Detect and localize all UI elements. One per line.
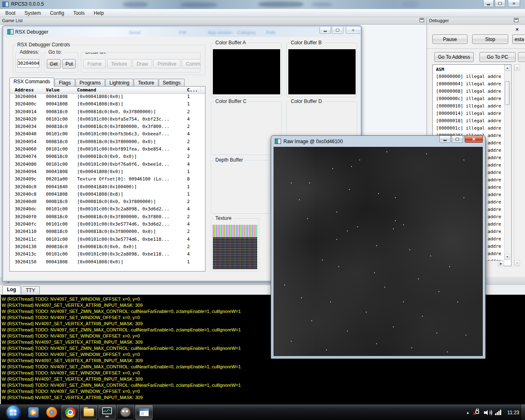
maximize-icon[interactable] xyxy=(332,27,343,34)
address-input[interactable] xyxy=(17,59,39,68)
command-row[interactable]: 302040c000041840[0x00041840(0x100400)]1 xyxy=(10,184,205,192)
go-to-address-button[interactable]: Go To Address xyxy=(434,52,474,62)
break-texture-button[interactable]: Texture xyxy=(107,59,131,68)
command-row[interactable]: 3020413c00101c00[0x00101c00(0x3c2a8098, … xyxy=(10,251,205,259)
minimize-button[interactable] xyxy=(483,0,494,7)
menu-boot[interactable]: Boot xyxy=(1,9,20,17)
taskbar-firefox-icon[interactable] xyxy=(43,405,60,420)
nav-button-clipped[interactable] xyxy=(518,52,525,62)
asm-row[interactable]: [00000014] illegal addre xyxy=(433,111,511,118)
minimize-icon[interactable] xyxy=(320,27,331,34)
scrollbar-thumb[interactable] xyxy=(505,81,510,105)
tab-lightning[interactable]: Lightning xyxy=(105,79,134,87)
command-row[interactable]: 30204054000818c0[0x000818c0(0x3f800000, … xyxy=(10,139,205,146)
float-panel-icon[interactable] xyxy=(420,18,424,22)
go-to-pc-button[interactable]: Go To PC xyxy=(479,52,516,62)
restore-button[interactable] xyxy=(495,0,505,7)
command-row[interactable]: 302040fc00101c00[0x00101c00(0x3e5774d6, … xyxy=(10,221,205,229)
rsx-window-titlebar[interactable]: RSX Debugger SerialFWApp versionCategory… xyxy=(4,27,360,37)
command-row[interactable]: 3020404000101c00[0x00101c00(0xbfb3b6c3, … xyxy=(10,131,205,139)
scroll-right-icon[interactable]: ▶ xyxy=(498,261,504,266)
taskbar-gimp-icon[interactable] xyxy=(117,405,134,420)
asm-row[interactable]: [00000004] illegal addre xyxy=(433,81,511,89)
taskbar-media-player-icon[interactable] xyxy=(25,405,42,420)
menu-system[interactable]: System xyxy=(20,9,46,17)
scroll-down-icon[interactable]: ▼ xyxy=(504,254,510,260)
power-plug-icon[interactable]: × xyxy=(473,409,480,416)
clock[interactable]: 11:23 xyxy=(505,410,519,415)
asm-row[interactable]: [00000008] illegal addre xyxy=(433,89,511,96)
command-row[interactable]: 30204034000818c0[0x000818c0(0x3f800000, … xyxy=(10,124,205,131)
close-icon[interactable]: ✕ xyxy=(465,136,483,143)
tab-programs[interactable]: Programs xyxy=(75,79,105,87)
command-row[interactable]: 30204014000818c0[0x000818c0(0x0, 0x3f800… xyxy=(10,109,205,116)
log-tab-log[interactable]: Log xyxy=(2,285,21,294)
break-primitive-button[interactable]: Primitive xyxy=(153,59,180,68)
put-button[interactable]: Put xyxy=(62,59,76,68)
scroll-up-icon[interactable]: ▲ xyxy=(504,65,510,71)
panel-close-icon[interactable]: × xyxy=(516,26,519,32)
get-button[interactable]: Get xyxy=(47,59,61,68)
log-line: W {RSXThread} NV4097_SET_VERTEX_ATTRIB_I… xyxy=(2,377,525,383)
raw-image-window[interactable]: Raw Image @ 0xc0d46100 ✕ xyxy=(271,135,486,359)
start-button[interactable] xyxy=(7,406,20,419)
break-draw-button[interactable]: Draw xyxy=(132,59,152,68)
main-window-titlebar[interactable]: RPCS3 0.0.0.5 × xyxy=(0,0,525,9)
command-row[interactable]: 3020400400041808[0x00041808(0x0)]1 xyxy=(10,94,205,101)
command-row[interactable]: 3020408000101c00[0x00101c00(0xbf76a0f6, … xyxy=(10,162,205,169)
close-icon[interactable]: × xyxy=(346,27,360,34)
asm-row[interactable]: [0000001c] illegal addre xyxy=(433,126,511,133)
menu-help[interactable]: Help xyxy=(89,9,108,17)
menu-config[interactable]: Config xyxy=(46,9,69,17)
command-row[interactable]: 30204110000818c0[0x000818c0(0x3f800000, … xyxy=(10,229,205,236)
command-row[interactable]: 302040d0000818c0[0x000818c0(0x0, 0x3f800… xyxy=(10,199,205,206)
command-row[interactable]: 302040f0000818c0[0x000818c0(0x3f800000, … xyxy=(10,214,205,221)
command-row[interactable]: 3020411c00101c00[0x00101c00(0x3e5774d6, … xyxy=(10,237,205,244)
float-panel-icon[interactable] xyxy=(514,18,518,22)
break-frame-button[interactable]: Frame xyxy=(83,59,106,68)
asm-row[interactable]: [0000000c] illegal addre xyxy=(433,96,511,103)
tab-settings[interactable]: Settings xyxy=(159,79,185,87)
scroll-down-icon[interactable]: ▼ xyxy=(514,260,520,266)
asm-row[interactable]: [00000000] illegal addre xyxy=(433,74,511,81)
command-row[interactable]: 30204130000818c0[0x000818c0(0x0, 0x0)]2 xyxy=(10,244,205,251)
command-row[interactable]: 3020400c00041808[0x00041808(0x8)]1 xyxy=(10,101,205,109)
pause-button[interactable]: Pause xyxy=(432,34,468,44)
show-desktop-button[interactable] xyxy=(520,404,525,420)
command-row[interactable]: 3020409400041808[0x00041808(0x0)]1 xyxy=(10,169,205,176)
log-tab-tty[interactable]: TTY xyxy=(21,286,40,294)
tab-flags[interactable]: Flags xyxy=(55,79,75,87)
asm-row[interactable]: [00000018] illegal addre xyxy=(433,118,511,126)
tab-texture[interactable]: Texture xyxy=(134,79,158,87)
stop-button[interactable]: Stop xyxy=(472,34,508,44)
command-row[interactable]: 3020402000101c00[0x00101c00(0xbfa5e754, … xyxy=(10,116,205,124)
minimize-icon[interactable] xyxy=(439,136,451,143)
network-icon[interactable] xyxy=(495,410,501,415)
break-command-button[interactable]: Command xyxy=(182,59,201,68)
command-row[interactable]: 302040c800041808[0x00041808(0x8)]1 xyxy=(10,192,205,199)
break-on-group: Break on: FrameTextureDrawPrimitiveComma… xyxy=(81,52,201,73)
command-row[interactable]: 3020409c00201a00Texture Offset[0]: 00946… xyxy=(10,176,205,184)
command-row[interactable]: 3020415000041808[0x00041808(0x0)]1 xyxy=(10,259,205,267)
command-row[interactable]: 302040dc00101c00[0x00101c00(0x3c2a8098, … xyxy=(10,206,205,214)
rsx-tabs: RSX CommandsFlagsProgramsLightningTextur… xyxy=(9,78,185,87)
close-button[interactable]: × xyxy=(508,0,520,7)
menu-tools[interactable]: Tools xyxy=(68,9,89,17)
command-row[interactable]: 3020406000101c00[0x00101c00(0xbf891fea, … xyxy=(10,146,205,154)
taskbar-chrome-icon[interactable] xyxy=(62,405,79,420)
rsx-commands-table[interactable]: Address Value Command C... 3020400400041… xyxy=(9,86,205,272)
restart-button-clipped[interactable]: esta xyxy=(512,34,525,44)
taskbar-performance-monitor-icon[interactable] xyxy=(98,405,116,420)
taskbar-explorer-icon[interactable] xyxy=(80,405,97,420)
command-row[interactable]: 30204074000818c0[0x000818c0(0x0, 0x0)]2 xyxy=(10,154,205,161)
asm-row[interactable]: [00000010] illegal addre xyxy=(433,103,511,111)
hidden-icons-arrow[interactable]: ▲ xyxy=(466,411,470,415)
volume-icon[interactable] xyxy=(484,410,491,415)
panel-scrollbar[interactable]: ▲ ▼ xyxy=(514,64,520,266)
tab-rsx-commands[interactable]: RSX Commands xyxy=(9,78,54,87)
asm-vertical-scrollbar[interactable]: ▲ ▼ xyxy=(504,65,510,260)
scroll-up-icon[interactable]: ▲ xyxy=(514,64,520,71)
taskbar-rpcs3-icon[interactable] xyxy=(135,405,153,420)
maximize-icon[interactable] xyxy=(452,136,463,143)
star-dot xyxy=(357,226,358,227)
